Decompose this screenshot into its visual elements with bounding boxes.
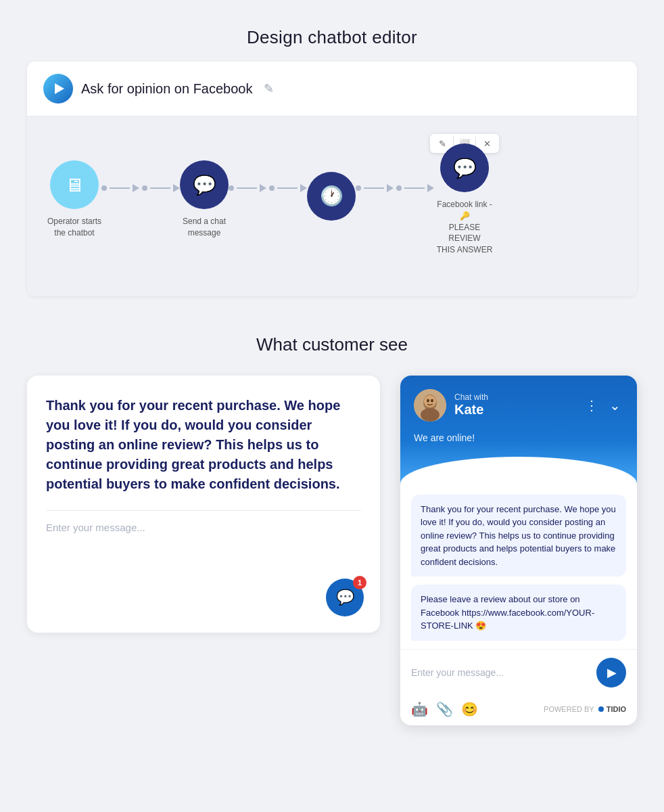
toolbar-delete-btn[interactable]: ✕ xyxy=(480,137,494,150)
attachment-icon[interactable]: 📎 xyxy=(436,701,453,717)
send-icon: ▶ xyxy=(607,665,617,680)
line xyxy=(364,187,384,189)
editor-card: Ask for opinion on Facebook ✎ 🖥 Operator… xyxy=(27,62,637,296)
dot xyxy=(142,185,147,191)
node-icon-timer: 🕐 xyxy=(320,185,343,207)
connector-1 xyxy=(101,184,180,192)
toolbar-edit-btn[interactable]: ✎ xyxy=(435,137,449,150)
arrow xyxy=(260,184,266,192)
node-circle-start: 🖥 xyxy=(50,160,99,209)
tidio-dot xyxy=(598,706,604,712)
play-icon xyxy=(55,83,64,94)
header-actions: ⋮ ⌄ xyxy=(582,394,623,416)
arrow xyxy=(133,184,139,192)
connector-2 xyxy=(229,184,307,192)
notification-badge: 1 xyxy=(353,576,366,589)
right-chat-widget: Chat with Kate ⋮ ⌄ We are online! Thank … xyxy=(400,376,637,725)
chat-body: Thank you for your recent purchase. We h… xyxy=(400,484,637,641)
node-icon-facebook: 💬 xyxy=(453,157,477,179)
chat-fab-button[interactable]: 💬 1 xyxy=(326,579,364,616)
dot xyxy=(269,185,275,191)
node-label-send-msg: Send a chatmessage xyxy=(183,216,226,239)
tidio-logo: TIDIO xyxy=(598,705,626,713)
arrow xyxy=(173,184,180,192)
svg-point-5 xyxy=(431,399,433,402)
svg-point-4 xyxy=(427,399,429,402)
dot xyxy=(396,185,402,191)
line xyxy=(110,187,130,189)
dot xyxy=(101,185,107,191)
line xyxy=(237,187,257,189)
node-circle-facebook: 💬 xyxy=(440,143,489,192)
flow-canvas: 🖥 Operator startsthe chatbot 💬 Send a ch… xyxy=(27,116,637,296)
flow-node-send-msg[interactable]: 💬 Send a chatmessage xyxy=(180,160,229,239)
chat-header: Chat with Kate ⋮ ⌄ We are online! xyxy=(400,376,637,484)
widget-input-placeholder: Enter your message... xyxy=(46,522,361,533)
chat-input-row: Enter your message... ▶ xyxy=(400,649,637,696)
agent-avatar xyxy=(414,389,446,422)
widget-divider xyxy=(46,510,361,511)
flow-node-timer[interactable]: 🕐 xyxy=(307,172,356,227)
chat-header-top: Chat with Kate ⋮ ⌄ xyxy=(414,389,623,422)
agent-info: Chat with Kate xyxy=(454,392,488,418)
node-label-facebook: Facebook link - 🔑PLEASE REVIEWTHIS ANSWE… xyxy=(434,199,495,256)
chat-agent: Chat with Kate xyxy=(414,389,488,422)
line xyxy=(277,187,298,189)
bot-icon[interactable]: 🤖 xyxy=(411,701,428,717)
node-label-start: Operator startsthe chatbot xyxy=(47,216,101,239)
arrow xyxy=(387,184,394,192)
tidio-brand: TIDIO xyxy=(607,705,626,713)
edit-title-icon[interactable]: ✎ xyxy=(264,81,274,96)
flow-row: 🖥 Operator startsthe chatbot 💬 Send a ch… xyxy=(47,143,617,256)
flow-node-facebook[interactable]: 💬 Facebook link - 🔑PLEASE REVIEWTHIS ANS… xyxy=(434,143,495,256)
node-icon-send-msg: 💬 xyxy=(193,174,216,196)
node-icon-start: 🖥 xyxy=(65,174,84,196)
line xyxy=(150,187,170,189)
node-circle-send-msg: 💬 xyxy=(180,160,229,209)
more-options-btn[interactable]: ⋮ xyxy=(582,394,601,416)
node-circle-timer: 🕐 xyxy=(307,172,356,221)
powered-by-text: POWERED BY xyxy=(544,705,594,713)
flow-node-start[interactable]: 🖥 Operator startsthe chatbot xyxy=(47,160,101,239)
chat-bubble-1: Thank you for your recent purchase. We h… xyxy=(411,495,626,577)
wave-divider xyxy=(400,457,637,484)
connector-3 xyxy=(356,184,434,192)
chat-input-placeholder[interactable]: Enter your message... xyxy=(411,667,591,678)
arrow xyxy=(300,184,307,192)
arrow xyxy=(427,184,434,192)
collapse-btn[interactable]: ⌄ xyxy=(607,394,623,416)
svg-point-2 xyxy=(421,408,440,422)
svg-point-3 xyxy=(424,395,436,407)
flow-node-facebook-wrapper: ✎ ⬜ ✕ 💬 Facebook link - 🔑PLEASE REVIEWTH… xyxy=(434,143,495,256)
chat-fab-icon: 💬 xyxy=(336,589,354,606)
avatar-image xyxy=(414,389,446,422)
agent-name: Kate xyxy=(454,402,488,418)
preview-section: Thank you for your recent purchase. We h… xyxy=(27,376,637,725)
online-status: We are online! xyxy=(414,432,623,443)
play-button[interactable] xyxy=(43,74,73,104)
agent-label: Chat with xyxy=(454,392,488,402)
line xyxy=(404,187,425,189)
page-title: Design chatbot editor xyxy=(0,0,664,62)
section2-title: What customer see xyxy=(0,307,664,376)
widget-message: Thank you for your recent purchase. We h… xyxy=(46,396,361,494)
left-chat-widget: Thank you for your recent purchase. We h… xyxy=(27,376,380,633)
chat-toolbar: 🤖 📎 😊 POWERED BY TIDIO xyxy=(400,696,637,725)
emoji-icon[interactable]: 😊 xyxy=(461,701,478,717)
send-button[interactable]: ▶ xyxy=(596,658,626,687)
chat-bubble-2: Please leave a review about our store on… xyxy=(411,585,626,641)
powered-by: POWERED BY TIDIO xyxy=(544,705,626,713)
dot xyxy=(229,185,234,191)
editor-header: Ask for opinion on Facebook ✎ xyxy=(27,62,637,116)
editor-title: Ask for opinion on Facebook xyxy=(81,81,253,97)
dot xyxy=(356,185,361,191)
